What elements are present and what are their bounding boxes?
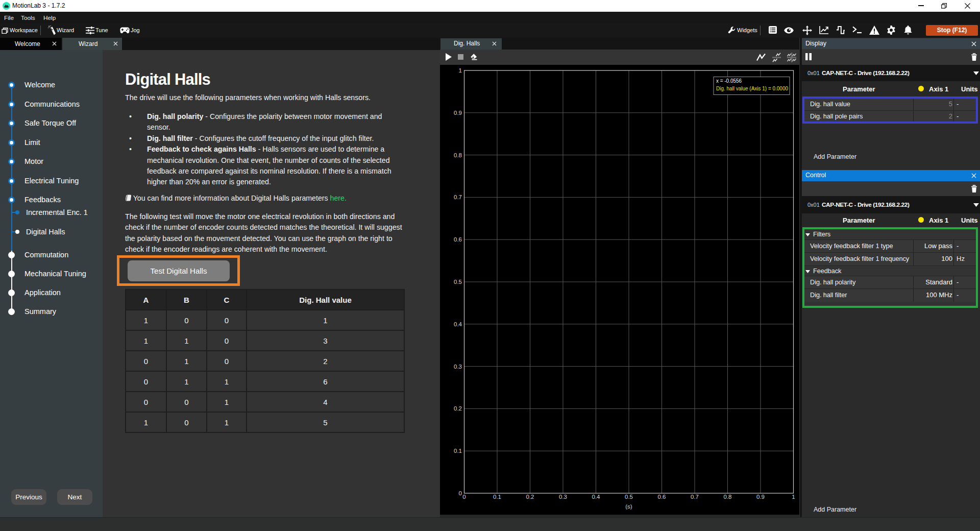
svg-text:0.8: 0.8 (454, 152, 462, 158)
svg-text:0: 0 (459, 490, 462, 496)
svg-text:0.8: 0.8 (724, 494, 732, 500)
svg-text:0.5: 0.5 (625, 494, 633, 500)
svg-text:0.4: 0.4 (454, 321, 462, 327)
svg-text:0.3: 0.3 (454, 364, 462, 370)
svg-text:1: 1 (792, 494, 795, 500)
svg-text:0.2: 0.2 (454, 405, 462, 412)
svg-text:0.2: 0.2 (526, 494, 534, 500)
svg-text:0.9: 0.9 (454, 110, 462, 116)
svg-text:0.9: 0.9 (756, 494, 765, 500)
svg-text:(s): (s) (625, 503, 632, 510)
svg-text:Dig. hall value (Axis 1) = 0.0: Dig. hall value (Axis 1) = 0.0000 (716, 85, 788, 91)
svg-text:0.7: 0.7 (691, 494, 699, 500)
svg-text:0.4: 0.4 (592, 494, 601, 500)
svg-text:0.1: 0.1 (493, 494, 501, 500)
svg-text:1: 1 (459, 67, 462, 74)
svg-text:0.5: 0.5 (454, 279, 462, 285)
svg-text:x = -0.0556: x = -0.0556 (716, 78, 742, 84)
svg-text:0.7: 0.7 (454, 194, 462, 200)
svg-text:0.1: 0.1 (454, 448, 462, 454)
svg-text:0.6: 0.6 (454, 236, 462, 243)
svg-text:0.3: 0.3 (559, 494, 567, 500)
svg-text:0: 0 (462, 494, 465, 500)
svg-text:0.6: 0.6 (658, 494, 666, 500)
